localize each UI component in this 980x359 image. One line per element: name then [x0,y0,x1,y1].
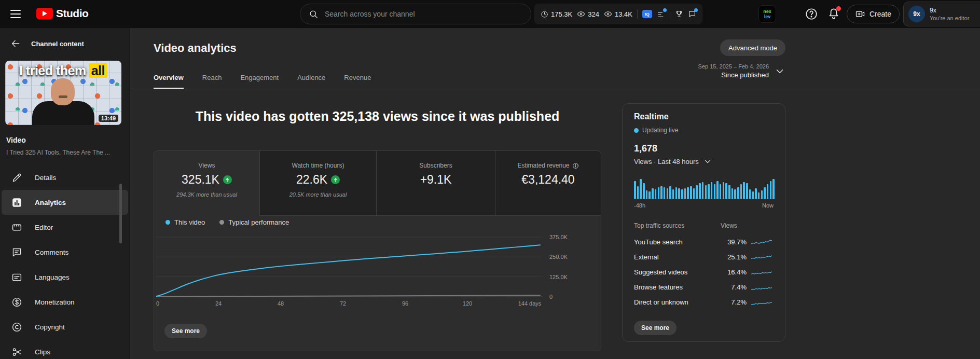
date-mode-text: Since published [698,71,769,79]
notifications-button[interactable] [827,7,840,20]
video-plus-icon [855,9,865,19]
sidebar-item-languages[interactable]: Languages [0,265,130,289]
sidebar-item-editor[interactable]: Editor [0,215,130,240]
clips-scissors-icon [11,347,22,357]
svg-text:375.0K: 375.0K [549,234,568,240]
sidebar-section-title: Video [6,136,26,144]
traffic-row-external[interactable]: External 25.1% [634,250,774,265]
create-button[interactable]: Create [847,5,900,23]
chevron-down-icon [703,157,712,166]
realtime-caption: Views · Last 48 hours [634,158,699,165]
realtime-views-count: 1,678 [634,143,657,154]
channel-avatar[interactable]: nex lev [758,5,776,23]
svg-text:144 days: 144 days [518,300,542,307]
tab-revenue[interactable]: Revenue [344,74,371,89]
video-thumbnail[interactable]: I tried themall 13:49 [5,61,121,125]
traffic-header-views: Views [717,222,750,229]
traffic-source: Suggested videos [634,268,716,276]
studio-logo[interactable]: Studio [36,7,88,20]
metric-label: Estimated revenue [517,162,569,169]
traffic-row-browse-features[interactable]: Browse features 7.4% [634,280,774,295]
vidiq-scorecard-button[interactable] [657,10,665,18]
metric-card-views[interactable]: Views 325.1K 294.3K more than usual [154,151,260,216]
trend-up-icon [223,175,232,184]
sidebar-item-monetization[interactable]: Monetization [0,289,130,314]
create-label: Create [869,10,891,18]
vidiq-badge-icon[interactable]: IQ [642,10,652,18]
metric-card-subscribers[interactable]: Subscribers +9.1K [377,151,495,216]
analytics-icon [11,197,22,208]
realtime-title: Realtime [634,112,669,121]
vidiq-stats-toolbar[interactable]: 175.3K 324 13.4K IQ [534,4,702,24]
watch-time-stat: 175.3K [541,10,572,18]
legend-this-video: This video [165,218,205,226]
svg-text:125.0K: 125.0K [549,274,568,280]
sidebar-item-analytics[interactable]: Analytics [2,190,128,215]
sidebar-item-copyright[interactable]: Copyright [0,314,130,339]
back-arrow-icon [10,38,21,49]
chevron-down-icon [774,65,785,77]
traffic-row-direct-or-unknown[interactable]: Direct or unknown 7.2% [634,295,774,310]
realtime-see-more-button[interactable]: See more [634,321,677,335]
traffic-pct: 16.4% [717,268,750,276]
metric-cards: Views 325.1K 294.3K more than usual Watc… [154,151,601,216]
page-title: Video analytics [154,42,237,55]
comments-icon [11,247,22,258]
axis-label-end: Now [762,202,774,209]
back-to-channel-content[interactable]: Channel content [10,38,84,49]
metric-value: 325.1K [182,173,219,187]
metric-label: Watch time (hours) [260,162,376,169]
topbar: Studio 175.3K 324 13.4K IQ [0,0,980,28]
menu-button[interactable] [10,10,21,18]
search-bar[interactable] [300,4,531,24]
svg-text:72: 72 [340,300,346,307]
date-range-picker[interactable]: Sep 15, 2025 – Feb 4, 2026 Since publish… [698,63,785,79]
tab-reach[interactable]: Reach [202,74,222,89]
traffic-pct: 25.1% [717,253,750,261]
metric-label: Views [154,162,259,169]
traffic-row-youtube-search[interactable]: YouTube search 39.7% [634,234,774,250]
tab-overview[interactable]: Overview [154,74,184,89]
metric-card-revenue[interactable]: Estimated revenue €3,124.40 [495,151,601,216]
avatar-text: nex [763,9,771,14]
traffic-sparkline [751,284,772,291]
realtime-axis: -48h Now [634,202,774,209]
traffic-pct: 39.7% [717,238,750,246]
realtime-panel: Realtime Updating live 1,678 Views · Las… [622,103,785,342]
sidebar-scrollbar[interactable] [119,184,122,243]
sidebar-item-clips[interactable]: Clips [0,339,130,359]
help-icon[interactable] [805,7,818,21]
trophy-icon[interactable] [675,10,683,18]
studio-logo-text: Studio [56,7,88,20]
search-icon [309,9,319,19]
sidebar-item-label: Copyright [35,323,65,331]
advanced-mode-button[interactable]: Advanced mode [720,39,785,56]
traffic-source: Browse features [634,283,716,291]
vidiq-feedback-button[interactable] [688,10,696,18]
traffic-row-suggested-videos[interactable]: Suggested videos 16.4% [634,265,774,280]
realtime-metric-selector[interactable]: Views · Last 48 hours [634,157,712,166]
info-icon [572,162,579,169]
editor-chip-title: 9x [930,7,969,14]
legend-typical-performance: Typical performance [219,218,289,226]
sidebar-item-details[interactable]: Details [0,165,130,190]
tab-audience[interactable]: Audience [297,74,325,89]
editor-account-chip[interactable]: 9x 9x You're an editor [903,2,980,26]
sidebar-item-comments[interactable]: Comments [0,240,130,265]
metric-card-watch-time[interactable]: Watch time (hours) 22.6K 20.5K more than… [260,151,377,216]
editor-icon [11,222,22,233]
sidebar-item-label: Details [35,174,56,182]
svg-text:96: 96 [402,300,408,307]
sidebar-item-label: Editor [35,224,53,231]
search-input[interactable] [325,10,522,18]
traffic-sparkline [751,299,772,306]
traffic-sparkline [751,239,772,246]
see-more-button[interactable]: See more [164,324,207,338]
legend-label: This video [174,218,205,226]
sidebar-video-title: I Tried 325 AI Tools, These Are The ... [6,149,125,156]
traffic-source: Direct or unknown [634,298,716,306]
sidebar-menu: Details Analytics Editor Comments Langua… [0,165,130,359]
metric-note: 294.3K more than usual [154,191,259,198]
avatar-text: lev [764,14,771,19]
tab-engagement[interactable]: Engagement [240,74,279,89]
